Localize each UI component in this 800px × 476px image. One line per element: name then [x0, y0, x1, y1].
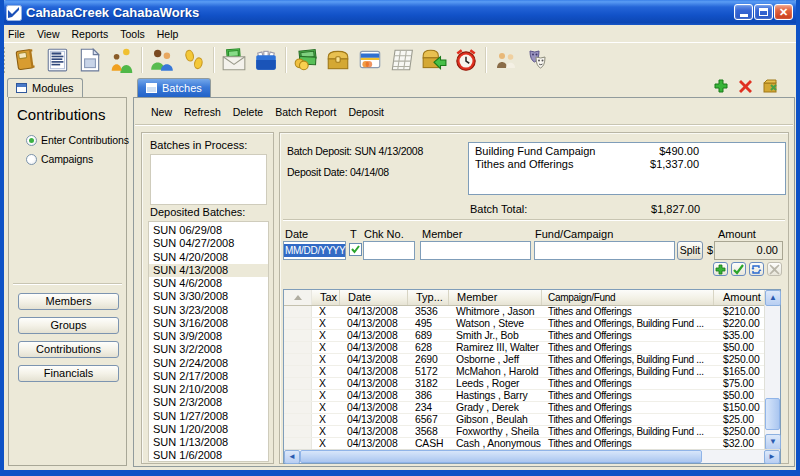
- campaign-column-header[interactable]: Campaign/Fund: [542, 290, 714, 305]
- action-menu-item[interactable]: Refresh: [184, 106, 221, 118]
- table-row[interactable]: X 04/13/2008 3568 Foxworthy , Sheila Tit…: [284, 426, 780, 438]
- minimize-button[interactable]: [734, 4, 753, 20]
- scroll-down-button[interactable]: ▼: [765, 434, 781, 450]
- media-icon[interactable]: [522, 46, 554, 74]
- toolbar-grip[interactable]: [3, 47, 6, 73]
- action-menu-item[interactable]: Deposit: [348, 106, 384, 118]
- menu-item[interactable]: Tools: [114, 26, 151, 42]
- radio-enter-contributions[interactable]: Enter Contributions: [26, 134, 126, 146]
- deposit-icon[interactable]: [418, 46, 450, 74]
- table-row[interactable]: X 04/13/2008 628 Ramirez III, Walter Tit…: [284, 342, 780, 354]
- maximize-button[interactable]: [754, 4, 773, 20]
- delete-batch-icon[interactable]: [739, 80, 752, 93]
- deposited-batch-item[interactable]: SUN 2/24/2008: [149, 357, 268, 370]
- action-menu-item[interactable]: New: [151, 106, 172, 118]
- deposited-batch-item[interactable]: SUN 2/3/2008: [149, 396, 268, 409]
- type-column-header[interactable]: Typ...: [408, 290, 449, 305]
- scroll-left-button[interactable]: ◄: [284, 450, 300, 464]
- table-row[interactable]: X 04/13/2008 386 Hastings , Barry Tithes…: [284, 390, 780, 402]
- deposited-batch-item[interactable]: SUN 3/23/2008: [149, 304, 268, 317]
- deposited-batches-list[interactable]: SUN 06/29/08SUN 04/27/2008SUN 4/20/2008S…: [148, 221, 269, 462]
- deposited-batch-item[interactable]: SUN 2/17/2008: [149, 370, 268, 383]
- table-row[interactable]: X 04/13/2008 3536 Whitmore , Jason Tithe…: [284, 306, 780, 318]
- table-row[interactable]: X 04/13/2008 689 Smith Jr., Bob Tithes a…: [284, 330, 780, 342]
- vertical-scroll-thumb[interactable]: [765, 398, 780, 430]
- horizontal-scroll-thumb[interactable]: [300, 450, 702, 463]
- menu-item[interactable]: Help: [151, 26, 185, 42]
- deposited-batch-item[interactable]: SUN 1/20/2008: [149, 423, 268, 436]
- table-row[interactable]: X 04/13/2008 495 Watson , Steve Tithes a…: [284, 318, 780, 330]
- deposited-batch-item[interactable]: SUN 4/6/2008: [149, 277, 268, 290]
- sidebar-module-button[interactable]: Contributions: [18, 341, 119, 358]
- table-row[interactable]: X 04/13/2008 5172 McMahon , Harold Tithe…: [284, 366, 780, 378]
- visitors-icon[interactable]: [178, 46, 210, 74]
- fund-input[interactable]: [534, 241, 675, 260]
- people-icon[interactable]: [490, 46, 522, 74]
- deposited-batch-item[interactable]: SUN 4/13/2008: [149, 264, 268, 277]
- cancel-entry-button[interactable]: [767, 262, 782, 276]
- mail-contribution-icon[interactable]: [218, 46, 250, 74]
- sidebar-module-button[interactable]: Members: [18, 293, 119, 310]
- date-input[interactable]: MM/DD/YYYY: [283, 241, 346, 260]
- deposited-batch-item[interactable]: SUN 1/6/2008: [149, 449, 268, 462]
- action-menu-item[interactable]: Batch Report: [275, 106, 336, 118]
- vertical-scrollbar[interactable]: ▲ ▼: [764, 290, 780, 450]
- document-icon[interactable]: [74, 46, 106, 74]
- split-button[interactable]: Split: [677, 241, 703, 260]
- amount-input[interactable]: 0.00: [714, 241, 783, 260]
- tax-column-header[interactable]: Tax: [312, 290, 340, 305]
- in-process-list[interactable]: [150, 154, 267, 205]
- horizontal-scrollbar[interactable]: ◄ ►: [284, 449, 780, 463]
- radio-campaigns[interactable]: Campaigns: [26, 153, 126, 165]
- deposited-batch-item[interactable]: SUN 3/9/2008: [149, 330, 268, 343]
- deposited-batch-item[interactable]: SUN 1/13/2008: [149, 436, 268, 449]
- action-menu-item[interactable]: Delete: [233, 106, 263, 118]
- deposited-batch-item[interactable]: SUN 3/2/2008: [149, 343, 268, 356]
- family-icon[interactable]: [106, 46, 138, 74]
- treasury-icon[interactable]: [322, 46, 354, 74]
- deposited-batch-item[interactable]: SUN 3/30/2008: [149, 290, 268, 303]
- check-number-input[interactable]: [363, 241, 415, 260]
- deposited-batch-item[interactable]: SUN 06/29/08: [149, 224, 268, 237]
- close-button[interactable]: ✕: [774, 4, 793, 20]
- scroll-up-button[interactable]: ▲: [765, 290, 781, 306]
- money-icon[interactable]: [290, 46, 322, 74]
- members-icon[interactable]: [146, 46, 178, 74]
- deposited-batch-item[interactable]: SUN 3/16/2008: [149, 317, 268, 330]
- accept-entry-button[interactable]: [731, 262, 746, 276]
- address-book-icon[interactable]: [10, 46, 42, 74]
- card-file-icon[interactable]: [250, 46, 282, 74]
- table-row[interactable]: X 04/13/2008 234 Grady , Derek Tithes an…: [284, 402, 780, 414]
- batches-tab-label: Batches: [162, 82, 202, 94]
- table-row[interactable]: X 04/13/2008 2690 Osborne , Jeff Tithes …: [284, 354, 780, 366]
- sidebar-module-button[interactable]: Financials: [18, 365, 119, 382]
- scroll-right-button[interactable]: ►: [764, 450, 780, 464]
- deposited-batch-item[interactable]: SUN 2/10/2008: [149, 383, 268, 396]
- amount-column-header[interactable]: Amount: [714, 290, 765, 305]
- tab-batches[interactable]: Batches: [137, 78, 211, 97]
- menu-item[interactable]: View: [31, 26, 66, 42]
- deposited-batch-item[interactable]: SUN 4/20/2008: [149, 251, 268, 264]
- date-column-header[interactable]: Date: [340, 290, 408, 305]
- sidebar-module-button[interactable]: Groups: [18, 317, 119, 334]
- add-batch-icon[interactable]: [714, 79, 728, 93]
- reminder-icon[interactable]: [450, 46, 482, 74]
- menu-item[interactable]: Reports: [66, 26, 115, 42]
- menu-item[interactable]: File: [2, 26, 31, 42]
- deposited-batch-item[interactable]: SUN 1/27/2008: [149, 410, 268, 423]
- fund-summary-list[interactable]: Building Fund Campaign$490.00Tithes and …: [468, 142, 786, 195]
- tab-modules[interactable]: Modules: [7, 78, 83, 97]
- table-row[interactable]: X 04/13/2008 6567 Gibson , Beulah Tithes…: [284, 414, 780, 426]
- member-input[interactable]: [420, 241, 531, 260]
- deposited-batch-item[interactable]: SUN 04/27/2008: [149, 237, 268, 250]
- report-icon[interactable]: [42, 46, 74, 74]
- table-icon[interactable]: [386, 46, 418, 74]
- payment-card-icon[interactable]: [354, 46, 386, 74]
- sort-column-header[interactable]: [284, 290, 312, 305]
- add-entry-button[interactable]: [713, 262, 728, 276]
- tax-checkbox[interactable]: [349, 243, 362, 256]
- refresh-entry-button[interactable]: [749, 262, 764, 276]
- package-icon[interactable]: [763, 79, 778, 93]
- table-row[interactable]: X 04/13/2008 3182 Leeds , Roger Tithes a…: [284, 378, 780, 390]
- member-column-header[interactable]: Member: [449, 290, 542, 305]
